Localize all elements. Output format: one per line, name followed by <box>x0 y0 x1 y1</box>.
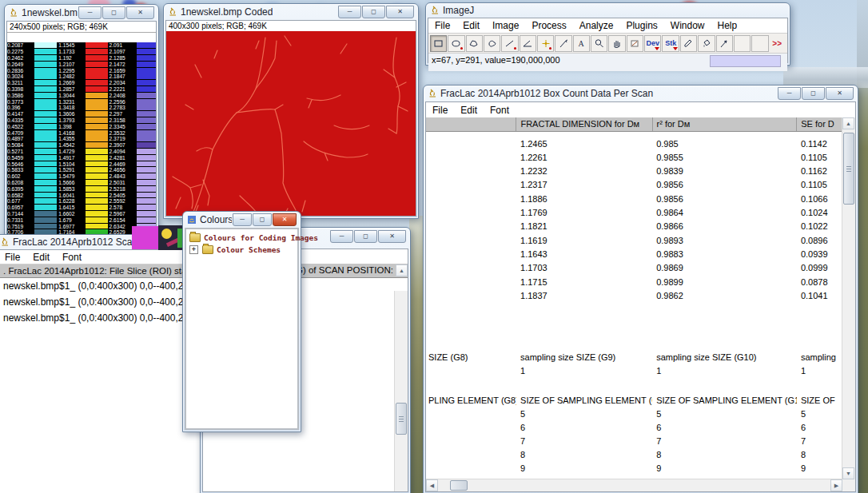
wand-tool[interactable] <box>555 35 571 52</box>
table-row[interactable]: 9 9 9 <box>426 461 844 475</box>
table-row[interactable]: 1.1643 0.9883 0.0939 <box>426 247 844 260</box>
horizontal-scrollbar[interactable]: ◀ ▶ <box>426 479 842 491</box>
menu-item[interactable]: Analyze <box>573 18 620 33</box>
maximize-button[interactable]: ◻ <box>102 6 125 19</box>
table-row[interactable]: 8 8 8 <box>426 447 844 461</box>
menu-item[interactable]: Edit <box>26 250 56 264</box>
sampling-size-value-row[interactable]: 1 1 1 <box>426 364 844 377</box>
table-row[interactable]: 1.2317 0.9856 0.1105 <box>426 178 844 192</box>
menu-item[interactable]: File <box>428 18 456 33</box>
rectangle-tool[interactable] <box>430 35 447 52</box>
maximize-button[interactable]: ◻ <box>802 87 825 100</box>
close-button[interactable]: ✕ <box>378 230 406 243</box>
table-row[interactable]: 1.1769 0.9864 0.1024 <box>426 206 844 220</box>
menu-item[interactable]: Plugins <box>619 18 663 33</box>
table-row[interactable]: 1.1821 0.9866 0.1022 <box>426 220 844 233</box>
menu-item[interactable]: Font <box>56 250 88 264</box>
legend-row: 0.45221.3982.3345 <box>7 123 156 129</box>
table-row[interactable]: 1.1886 0.9856 0.1066 <box>426 192 844 205</box>
scroll-up-button[interactable]: ▲ <box>842 117 854 129</box>
arrow-tool[interactable] <box>716 35 733 52</box>
column-header[interactable]: FRACTAL DIMENSION for Dᴍ <box>516 117 652 131</box>
freehand-tool[interactable] <box>484 35 500 52</box>
polygon-tool[interactable] <box>466 35 483 52</box>
dev-tool[interactable]: Dev <box>644 35 661 52</box>
vertical-scrollbar[interactable]: ▲ ▼ <box>842 117 855 479</box>
table-row[interactable]: 7 7 7 <box>426 434 844 447</box>
table-row[interactable]: 1.1619 0.9893 0.0896 <box>426 233 844 247</box>
table-row[interactable]: 1.2465 0.985 0.1142 <box>426 137 844 150</box>
menu-item[interactable]: File <box>0 250 26 264</box>
table-row[interactable]: 5 5 5 <box>426 407 844 420</box>
maximize-button[interactable]: ◻ <box>354 230 377 243</box>
scrollbar-thumb[interactable] <box>450 480 468 491</box>
tree-item-colours-for-coding-images[interactable]: Colours for Coding Images <box>189 233 318 242</box>
close-button[interactable]: ✕ <box>126 6 154 19</box>
menu-item[interactable]: File <box>426 103 454 117</box>
coded-image-canvas[interactable] <box>166 31 416 216</box>
scroll-right-button[interactable]: ▶ <box>830 479 842 491</box>
menu-item[interactable]: Image <box>486 18 525 33</box>
close-button[interactable]: ✕ <box>273 213 297 226</box>
bucket-tool[interactable] <box>698 35 715 52</box>
coded-titlebar[interactable]: 1newskel.bmp Coded ─ ◻ ✕ <box>164 4 418 20</box>
table-row[interactable]: 6 6 6 <box>426 420 844 434</box>
menu-item[interactable]: Window <box>664 18 711 33</box>
menu-item[interactable]: Edit <box>456 18 486 33</box>
angle-tool[interactable] <box>520 35 536 52</box>
line-tool[interactable] <box>501 35 518 52</box>
legend-value: 0.2649 <box>7 62 34 67</box>
close-button[interactable]: ✕ <box>826 87 854 100</box>
dropper-tool[interactable] <box>627 35 643 52</box>
more-tools-button[interactable]: >> <box>770 36 785 51</box>
minimize-button[interactable]: ─ <box>78 6 102 19</box>
legend-value: 2.3532 <box>108 130 137 136</box>
menu-item[interactable]: Edit <box>454 103 484 117</box>
table-row[interactable]: 1.2261 0.9855 0.1105 <box>426 150 844 164</box>
minimize-button[interactable]: ─ <box>233 213 252 226</box>
column-header[interactable] <box>426 117 516 131</box>
sampling-element-header-row[interactable]: PLING ELEMENT (G8) SIZE OF SAMPLING ELEM… <box>426 393 844 407</box>
menu-item[interactable]: Process <box>525 18 572 33</box>
point-tool[interactable] <box>537 35 554 52</box>
boxcount-column-headers[interactable]: FRACTAL DIMENSION for Dᴍ r² for Dᴍ SE fo… <box>426 117 844 132</box>
legend-color-swatch <box>34 136 57 141</box>
legend-titlebar[interactable]: 1newskel.bmp Lege... ─ ◻ ✕ <box>5 5 158 21</box>
sampling-size-header-row[interactable]: SIZE (G8) sampling size SIZE (G9) sampli… <box>426 350 844 364</box>
expand-plus-icon[interactable]: + <box>189 245 198 254</box>
table-row[interactable]: 1.2232 0.9839 0.1162 <box>426 165 844 178</box>
table-row[interactable]: 1.1715 0.9899 0.0878 <box>426 275 844 288</box>
minimize-button[interactable]: ─ <box>338 6 361 18</box>
column-header[interactable]: SE for D <box>797 117 844 131</box>
text-tool[interactable]: A <box>573 35 590 52</box>
scroll-left-button[interactable]: ◀ <box>426 479 438 491</box>
maximize-button[interactable]: ◻ <box>362 6 385 18</box>
menu-item[interactable]: Font <box>484 103 516 117</box>
legend-color-swatch <box>34 180 57 185</box>
vertical-scrollbar[interactable] <box>394 291 408 491</box>
scrollbar-thumb[interactable] <box>396 403 407 435</box>
tree-item-colour-schemes[interactable]: + Colour Schemes <box>189 245 281 254</box>
boxcount-titlebar[interactable]: FracLac 2014Aprb1012 Box Count Data Per … <box>424 85 858 101</box>
menu-item[interactable]: Help <box>711 18 744 33</box>
scroll-up-button[interactable]: ▲ <box>396 264 408 276</box>
table-row[interactable]: 1.1703 0.9869 0.0999 <box>426 261 844 275</box>
hand-tool[interactable] <box>608 35 625 52</box>
imagej-titlebar[interactable]: ImageJ <box>426 3 790 18</box>
column-header[interactable]: r² for Dᴍ <box>653 117 798 131</box>
table-row[interactable]: 1.1837 0.9862 0.1041 <box>426 288 844 302</box>
brush-tool[interactable] <box>680 35 697 52</box>
scrollbar-thumb[interactable] <box>843 133 854 205</box>
maximize-button[interactable]: ◻ <box>253 213 272 226</box>
empty-tool-slot[interactable] <box>734 35 751 52</box>
colours-titlebar[interactable]: Colours ─ ◻ ✕ <box>183 212 301 228</box>
minimize-button[interactable]: ─ <box>330 230 353 243</box>
minimize-button[interactable]: ─ <box>778 87 801 100</box>
scroll-down-button[interactable]: ▼ <box>842 467 854 479</box>
empty-tool-slot[interactable] <box>751 35 768 52</box>
legend-value: 0.4147 <box>7 111 34 117</box>
zoom-tool[interactable] <box>591 35 607 52</box>
oval-tool[interactable] <box>448 35 464 52</box>
stk-tool[interactable]: Stk <box>662 35 679 52</box>
close-button[interactable]: ✕ <box>386 6 414 18</box>
